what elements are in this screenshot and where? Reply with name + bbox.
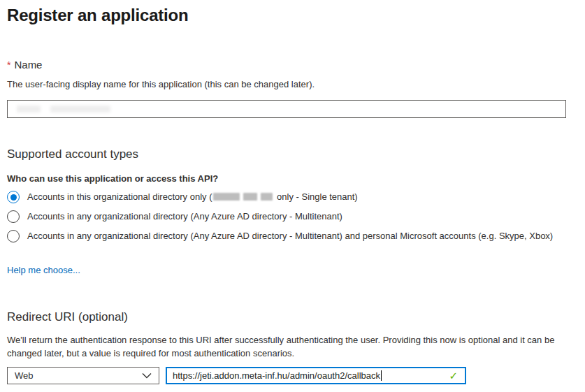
radio-unselected-icon [7,230,20,242]
redacted-tenant-name [213,193,273,201]
page-title: Register an application [7,4,566,27]
valid-checkmark-icon: ✓ [449,370,459,381]
radio-option-label: Accounts in this organizational director… [27,191,358,203]
radio-option-multitenant[interactable]: Accounts in any organizational directory… [7,210,566,223]
name-input[interactable] [7,100,566,118]
redirect-uri-row: Web https://jeti.addon.meta-inf.hu/admin… [7,367,566,384]
name-label-row: *Name [7,58,566,72]
radio-selected-icon [7,191,20,203]
radio-option-label: Accounts in any organizational directory… [27,230,553,242]
radio-unselected-icon [7,210,20,223]
redirect-uri-value: https://jeti.addon.meta-inf.hu/admin/oau… [173,370,380,381]
redirect-uri-description: We'll return the authentication response… [7,333,565,360]
register-application-page: Register an application *Name The user-f… [0,0,585,384]
account-types-radio-group: Accounts in this organizational director… [7,191,566,242]
name-input-wrap [7,100,566,118]
redirect-uri-input[interactable]: https://jeti.addon.meta-inf.hu/admin/oau… [166,367,466,384]
account-types-heading: Supported account types [7,147,566,162]
redirect-uri-heading: Redirect URI (optional) [7,310,566,324]
help-me-choose-link[interactable]: Help me choose... [7,265,80,276]
text-cursor [381,370,382,381]
name-label: Name [14,59,42,71]
radio-option-single-tenant[interactable]: Accounts in this organizational director… [7,191,566,203]
required-asterisk: * [7,59,10,71]
radio-option-multitenant-personal[interactable]: Accounts in any organizational directory… [7,230,566,242]
radio-option-label: Accounts in any organizational directory… [27,210,342,223]
account-types-question: Who can use this application or access t… [7,173,566,184]
name-description: The user-facing display name for this ap… [7,79,566,90]
chevron-down-icon [142,372,152,379]
platform-select-value: Web [15,370,142,381]
platform-select-dropdown[interactable]: Web [7,367,159,384]
